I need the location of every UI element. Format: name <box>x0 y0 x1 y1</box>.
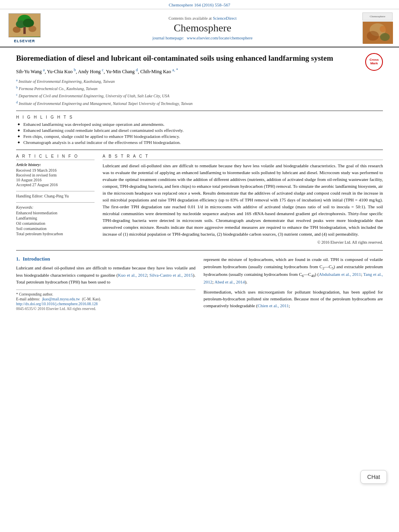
highlights-label: H I G H L I G H T S <box>16 115 383 119</box>
divider-after-affiliations <box>16 111 383 111</box>
ref-chien2011[interactable]: Chien et al., 2011 <box>257 303 289 308</box>
highlight-text-2: Enhanced landfarming could remediate lub… <box>23 128 184 133</box>
journal-name: Chemosphere <box>174 22 231 34</box>
homepage-line: journal homepage: www.elsevier.com/locat… <box>152 36 253 40</box>
highlight-item-4: Chromatograph analysis is a useful indic… <box>18 140 383 145</box>
email-line: E-mail address: jkao@mail.nsysu.edu.tw (… <box>16 297 195 301</box>
handling-editor-text: Handling Editor: Chang-Ping Yu <box>16 194 69 198</box>
journal-reference-bar: Chemosphere 164 (2016) 558–567 <box>0 0 399 9</box>
footnote-area: * Corresponding author. E-mail address: … <box>16 290 195 311</box>
intro-right-col: represent the mixture of hydrocarbons, w… <box>204 256 383 312</box>
article-info-column: A R T I C L E I N F O Article history: R… <box>16 154 95 245</box>
keywords-section: Keywords: Enhanced bioremediation Landfa… <box>16 202 95 236</box>
svg-point-5 <box>13 26 21 33</box>
svg-point-11 <box>380 26 386 32</box>
svg-point-10 <box>380 33 390 41</box>
keyword-4: Soil contamination <box>16 226 95 231</box>
article-history: Article history: Received 19 March 2016 … <box>16 162 95 187</box>
homepage-url[interactable]: www.elsevier.com/locate/chemosphere <box>187 36 253 40</box>
ref-abed2014[interactable]: Abed et al., 2014 <box>214 279 245 284</box>
section-title: Introduction <box>23 256 50 262</box>
section-number: 1. <box>16 256 20 262</box>
abstract-label: A B S T R A C T <box>103 154 383 160</box>
issn-line: 0045-6535/© 2016 Elsevier Ltd. All right… <box>16 307 195 311</box>
journal-thumbnail: Chemosphere <box>362 12 393 43</box>
affiliation-d-text: Institute of Environmental Engineering a… <box>19 101 193 106</box>
copyright: © 2016 Elsevier Ltd. All rights reserved… <box>103 240 383 244</box>
abstract-column: A B S T R A C T Lubricant and diesel oil… <box>103 154 383 245</box>
highlight-item-1: Enhanced landfarming was developed using… <box>18 122 383 127</box>
chat-button-label: CHat <box>367 474 380 480</box>
keywords-title: Keywords: <box>16 205 95 210</box>
keywords-title-text: Keywords: <box>16 205 33 210</box>
keyword-3: Oil contamination <box>16 221 95 226</box>
highlight-text-3: Fern chips, compost, sludge could be app… <box>23 134 180 139</box>
abstract-text: Lubricant and diesel oil-polluted sites … <box>103 162 383 238</box>
keyword-5: Total petroleum hydrocarbon <box>16 232 95 236</box>
ref-abdulsalam[interactable]: Abdulsalam et al., 2011 <box>319 272 361 277</box>
affiliation-c: c Department of Civil and Environmental … <box>16 92 383 99</box>
svg-point-6 <box>29 25 37 32</box>
intro-left-text: Lubricant and diesel oil-polluted sites … <box>16 265 195 285</box>
history-title: Article history: <box>16 162 95 167</box>
page: Chemosphere 164 (2016) 558–567 ELSEVIER <box>0 0 399 532</box>
article-title: Bioremediation of diesel and lubricant o… <box>16 53 383 64</box>
introduction-section: 1. Introduction Lubricant and diesel oil… <box>16 256 383 312</box>
corresponding-author-note: * Corresponding author. <box>16 292 195 296</box>
affiliations: a Institute of Environmental Engineering… <box>16 78 383 107</box>
intro-left-col: 1. Introduction Lubricant and diesel oil… <box>16 256 195 312</box>
journal-center: Contents lists available at ScienceDirec… <box>47 12 358 43</box>
highlight-item-2: Enhanced landfarming could remediate lub… <box>18 128 383 133</box>
article-title-text: Bioremediation of diesel and lubricant o… <box>16 54 333 62</box>
thumb-image <box>362 21 393 43</box>
affiliation-a-text: Institute of Environmental Engineering, … <box>19 79 115 84</box>
authors-line: Sih-Yu Wang a, Yu-Chia Kuo b, Andy Hong … <box>16 68 383 75</box>
email-note: (C-M. Kao). <box>82 297 101 301</box>
received-revised-label: Received in revised form <box>16 173 95 177</box>
article-info-abstract: A R T I C L E I N F O Article history: R… <box>16 154 383 245</box>
received-line: Received 19 March 2016 <box>16 168 95 173</box>
journal-header: ELSEVIER Contents lists available at Sci… <box>0 9 399 47</box>
affiliation-c-text: Department of Civil and Environmental En… <box>19 94 169 99</box>
divider-bottom <box>16 250 383 251</box>
elsevier-text: ELSEVIER <box>14 39 35 43</box>
highlight-item-3: Fern chips, compost, sludge could be app… <box>18 134 383 139</box>
elsevier-logo-image <box>8 13 41 37</box>
svg-point-9 <box>367 31 379 41</box>
ref-silvacastro[interactable]: Silva-Castro et al., 2015 <box>150 273 193 277</box>
sciencedirect-link[interactable]: ScienceDirect <box>213 16 237 21</box>
handling-editor: Handling Editor: Chang-Ping Yu <box>16 191 95 198</box>
divider-after-highlights <box>16 150 383 150</box>
highlights-section: H I G H L I G H T S Enhanced landfarming… <box>16 115 383 145</box>
highlight-text-1: Enhanced landfarming was developed using… <box>23 122 165 127</box>
affiliation-d: d Institute of Environmental Engineering… <box>16 100 383 107</box>
keyword-2: Landfarming <box>16 216 95 220</box>
affiliation-b-text: Formosa Petrochemical Co., Kaohsiung, Ta… <box>19 86 98 91</box>
highlight-text-4: Chromatograph analysis is a useful indic… <box>23 140 181 145</box>
email-label: E-mail address: <box>16 297 40 301</box>
crossmark-badge[interactable]: CrossMark <box>365 53 383 71</box>
doi-line[interactable]: http://dx.doi.org/10.1016/j.chemosphere.… <box>16 302 195 306</box>
intro-right-text-1: represent the mixture of hydrocarbons, w… <box>204 256 383 286</box>
highlights-list: Enhanced landfarming was developed using… <box>18 122 383 145</box>
section-heading: 1. Introduction <box>16 256 195 262</box>
main-content: Bioremediation of diesel and lubricant o… <box>0 47 399 317</box>
affiliation-b: b Formosa Petrochemical Co., Kaohsiung, … <box>16 85 383 92</box>
chat-button[interactable]: CHat <box>360 470 387 484</box>
ref-kuo2012[interactable]: Kuo et al., 2012 <box>118 273 147 277</box>
article-info-label: A R T I C L E I N F O <box>16 154 95 160</box>
email-address[interactable]: jkao@mail.nsysu.edu.tw <box>42 297 80 301</box>
journal-reference: Chemosphere 164 (2016) 558–567 <box>169 2 230 7</box>
elsevier-logo-section: ELSEVIER <box>6 12 43 43</box>
accepted-line: Accepted 27 August 2016 <box>16 183 95 187</box>
revised-date: 10 August 2016 <box>16 178 95 182</box>
svg-rect-4 <box>23 27 26 34</box>
homepage-label: journal homepage: <box>152 36 184 40</box>
affiliation-a: a Institute of Environmental Engineering… <box>16 78 383 84</box>
contents-line: Contents lists available at ScienceDirec… <box>169 16 237 21</box>
keyword-1: Enhanced bioremediation <box>16 211 95 215</box>
thumb-label: Chemosphere <box>362 12 393 21</box>
crossmark-label: CrossMark <box>370 58 379 66</box>
intro-right-text-2: Bioremediation, which uses microorganism… <box>204 289 383 309</box>
